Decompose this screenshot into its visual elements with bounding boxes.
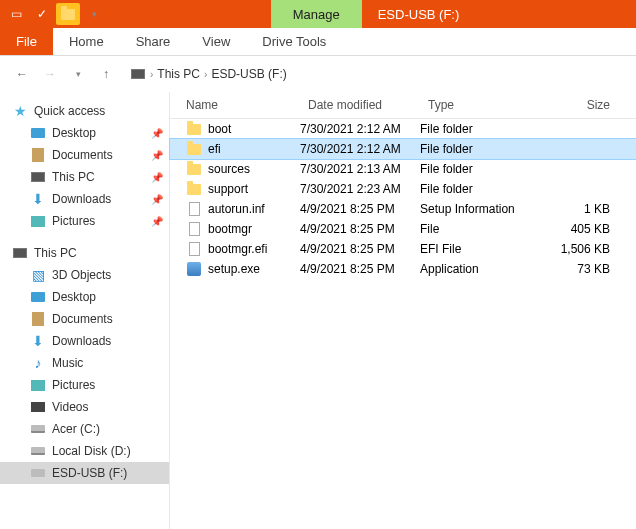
tab-file[interactable]: File — [0, 28, 53, 55]
sidebar-item-label: Acer (C:) — [52, 422, 100, 436]
file-name: bootmgr.efi — [208, 242, 267, 256]
sidebar-item[interactable]: Documents📌 — [0, 144, 169, 166]
sidebar-item[interactable]: Pictures📌 — [0, 210, 169, 232]
file-name: support — [208, 182, 248, 196]
sidebar-item[interactable]: ♪Music — [0, 352, 169, 374]
file-row[interactable]: efi7/30/2021 2:12 AMFile folder — [170, 139, 636, 159]
sidebar-item-label: Documents — [52, 312, 113, 326]
sidebar-item-label: Desktop — [52, 126, 96, 140]
recent-dropdown[interactable]: ▾ — [66, 62, 90, 86]
file-date: 4/9/2021 8:25 PM — [300, 242, 420, 256]
file-icon — [186, 241, 202, 257]
sidebar-item[interactable]: ▧3D Objects — [0, 264, 169, 286]
sidebar-item[interactable]: ⬇Downloads📌 — [0, 188, 169, 210]
sidebar-head-this-pc[interactable]: This PC — [0, 242, 169, 264]
file-type: File folder — [420, 182, 540, 196]
sidebar-item[interactable]: Documents — [0, 308, 169, 330]
context-tab-manage[interactable]: Manage — [271, 0, 362, 28]
qat-folder[interactable] — [56, 3, 80, 25]
sidebar-item[interactable]: Acer (C:) — [0, 418, 169, 440]
file-type: File — [420, 222, 540, 236]
file-icon — [186, 221, 202, 237]
desk-icon — [30, 125, 46, 141]
qat-item[interactable]: ✓ — [30, 3, 54, 25]
file-name: sources — [208, 162, 250, 176]
pic-icon — [30, 213, 46, 229]
forward-button[interactable]: → — [38, 62, 62, 86]
main-area: ★ Quick access Desktop📌Documents📌This PC… — [0, 92, 636, 529]
sidebar-item[interactable]: Pictures — [0, 374, 169, 396]
file-row[interactable]: bootmgr4/9/2021 8:25 PMFile405 KB — [170, 219, 636, 239]
tab-view[interactable]: View — [186, 28, 246, 55]
sidebar-item-label: Videos — [52, 400, 88, 414]
sidebar-item-label: 3D Objects — [52, 268, 111, 282]
file-rows: boot7/30/2021 2:12 AMFile folderefi7/30/… — [170, 119, 636, 529]
down-icon: ⬇ — [30, 191, 46, 207]
sidebar-label: Quick access — [34, 104, 105, 118]
qat-dropdown[interactable]: ▾ — [82, 3, 106, 25]
file-size: 1,506 KB — [540, 242, 636, 256]
back-icon: ← — [16, 67, 28, 81]
file-row[interactable]: setup.exe4/9/2021 8:25 PMApplication73 K… — [170, 259, 636, 279]
qat-item[interactable]: ▭ — [4, 3, 28, 25]
file-row[interactable]: bootmgr.efi4/9/2021 8:25 PMEFI File1,506… — [170, 239, 636, 259]
file-size: 1 KB — [540, 202, 636, 216]
file-type: Setup Information — [420, 202, 540, 216]
sidebar-item[interactable]: Local Disk (D:) — [0, 440, 169, 462]
folder-icon — [186, 121, 202, 137]
column-size[interactable]: Size — [540, 98, 636, 112]
file-name: setup.exe — [208, 262, 260, 276]
tab-home[interactable]: Home — [53, 28, 120, 55]
file-date: 7/30/2021 2:12 AM — [300, 122, 420, 136]
breadcrumb-root[interactable]: This PC — [157, 67, 200, 81]
pin-icon: 📌 — [151, 150, 163, 161]
window-title: ESD-USB (F:) — [362, 0, 476, 28]
up-button[interactable]: ↑ — [94, 62, 118, 86]
file-type: File folder — [420, 122, 540, 136]
sidebar-item[interactable]: ⬇Downloads — [0, 330, 169, 352]
breadcrumb-current[interactable]: ESD-USB (F:) — [211, 67, 286, 81]
chevron-right-icon: › — [204, 69, 207, 80]
file-name: bootmgr — [208, 222, 252, 236]
sidebar-item[interactable]: Videos — [0, 396, 169, 418]
pin-icon: 📌 — [151, 194, 163, 205]
up-icon: ↑ — [103, 67, 109, 81]
star-icon: ★ — [12, 103, 28, 119]
column-date[interactable]: Date modified — [300, 98, 420, 112]
pic-icon — [30, 377, 46, 393]
sidebar-item[interactable]: Desktop📌 — [0, 122, 169, 144]
sidebar-item[interactable]: Desktop — [0, 286, 169, 308]
sidebar-item[interactable]: This PC📌 — [0, 166, 169, 188]
ribbon-tabs: File Home Share View Drive Tools — [0, 28, 636, 56]
tab-share[interactable]: Share — [120, 28, 187, 55]
file-date: 7/30/2021 2:12 AM — [300, 142, 420, 156]
drive-icon — [30, 443, 46, 459]
file-size: 73 KB — [540, 262, 636, 276]
sidebar-item[interactable]: ESD-USB (F:) — [0, 462, 169, 484]
file-row[interactable]: support7/30/2021 2:23 AMFile folder — [170, 179, 636, 199]
doc-icon — [30, 311, 46, 327]
quick-access-toolbar: ▭ ✓ ▾ — [0, 0, 110, 28]
file-row[interactable]: autorun.inf4/9/2021 8:25 PMSetup Informa… — [170, 199, 636, 219]
app-icon — [186, 261, 202, 277]
column-name[interactable]: Name — [170, 98, 300, 112]
back-button[interactable]: ← — [10, 62, 34, 86]
file-type: Application — [420, 262, 540, 276]
tab-drive-tools[interactable]: Drive Tools — [246, 28, 342, 55]
titlebar: ▭ ✓ ▾ Manage ESD-USB (F:) — [0, 0, 636, 28]
sidebar-item-label: Desktop — [52, 290, 96, 304]
sidebar-head-quick-access[interactable]: ★ Quick access — [0, 100, 169, 122]
forward-icon: → — [44, 67, 56, 81]
sidebar-item-label: ESD-USB (F:) — [52, 466, 127, 480]
file-row[interactable]: sources7/30/2021 2:13 AMFile folder — [170, 159, 636, 179]
pin-icon: 📌 — [151, 128, 163, 139]
file-name: efi — [208, 142, 221, 156]
column-type[interactable]: Type — [420, 98, 540, 112]
sidebar-label: This PC — [34, 246, 77, 260]
file-row[interactable]: boot7/30/2021 2:12 AMFile folder — [170, 119, 636, 139]
usb-icon — [30, 465, 46, 481]
breadcrumb[interactable]: › This PC › ESD-USB (F:) — [130, 66, 287, 82]
folder-icon — [186, 141, 202, 157]
3d-icon: ▧ — [30, 267, 46, 283]
file-date: 7/30/2021 2:13 AM — [300, 162, 420, 176]
